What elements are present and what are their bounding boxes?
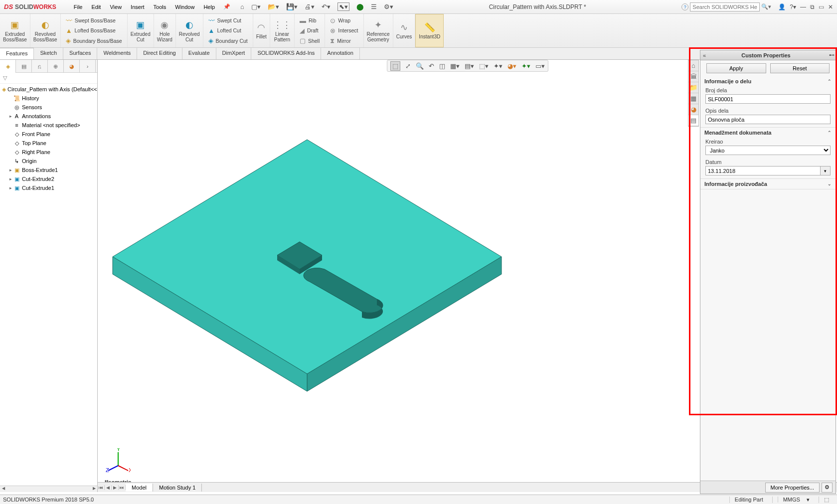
tree-tab-display-icon[interactable]: ◕ <box>64 60 80 73</box>
tree-tab-property-icon[interactable]: ▤ <box>16 60 32 73</box>
rib-button[interactable]: ▬Rib <box>300 15 317 25</box>
tab-direct-editing[interactable]: Direct Editing <box>137 48 182 59</box>
boundary-boss-button[interactable]: ◈Boundary Boss/Base <box>66 36 122 46</box>
user-icon[interactable]: 👤 <box>778 3 786 10</box>
section-head-doc-mgmt[interactable]: Menadžment dokumenata⌃ <box>700 128 836 138</box>
tab-motion-study[interactable]: Motion Study 1 <box>153 484 202 492</box>
taskpane-view-palette-icon[interactable]: ▦ <box>688 93 698 104</box>
apply-button[interactable]: Apply <box>706 63 766 73</box>
edit-appearance-icon[interactable]: ⬚▾ <box>479 62 489 70</box>
menu-edit[interactable]: Edit <box>87 4 105 10</box>
swept-cut-button[interactable]: 〰Swept Cut <box>208 15 241 25</box>
menu-tools[interactable]: Tools <box>149 4 171 10</box>
tree-top-plane[interactable]: ◇Top Plane <box>0 139 97 148</box>
status-custom-icon[interactable]: ⬚ <box>819 497 834 503</box>
shell-button[interactable]: ▢Shell <box>300 36 320 46</box>
tree-filter-row[interactable]: ▽ <box>0 73 97 84</box>
view-orientation-icon[interactable]: ⬚ <box>390 61 400 71</box>
close-icon[interactable]: ✕ <box>828 3 833 10</box>
lofted-cut-button[interactable]: ▲Lofted Cut <box>208 25 241 35</box>
tab-prev-icon[interactable]: ◀ <box>105 485 112 490</box>
tree-right-plane[interactable]: ◇Right Plane <box>0 148 97 157</box>
date-picker-button[interactable]: ▾ <box>821 166 831 175</box>
pin-panel-icon[interactable]: ⊷ <box>828 52 836 58</box>
fillet-button[interactable]: ◠Fillet <box>253 14 270 47</box>
apply-scene-icon[interactable]: ✦▾ <box>494 62 502 70</box>
tree-history[interactable]: 📜History <box>0 94 97 103</box>
swept-boss-button[interactable]: 〰Swept Boss/Base <box>66 15 116 25</box>
taskpane-file-explorer-icon[interactable]: 📁 <box>688 82 698 93</box>
mirror-button[interactable]: ⧗Mirror <box>330 36 350 46</box>
tree-root[interactable]: ◈Circular_Pattern with Axis (Default<<I <box>0 85 97 94</box>
taskpane-custom-props-icon[interactable]: ▤ <box>688 115 698 126</box>
tab-model[interactable]: Model <box>126 484 153 492</box>
feature-tree[interactable]: ◈Circular_Pattern with Axis (Default<<I … <box>0 84 97 486</box>
taskpane-home-icon[interactable]: ⌂ <box>688 60 698 71</box>
tree-tab-feature-icon[interactable]: ◈ <box>0 60 16 73</box>
tab-dimxpert[interactable]: DimXpert <box>216 48 252 59</box>
minimize-icon[interactable]: — <box>800 3 806 10</box>
options-list-icon[interactable]: ☰ <box>371 3 377 10</box>
status-units[interactable]: MMGS ▾ <box>772 497 815 503</box>
tab-surfaces[interactable]: Surfaces <box>63 48 97 59</box>
tab-last-icon[interactable]: ⏭ <box>119 485 126 490</box>
previous-view-icon[interactable]: ↶ <box>429 62 434 70</box>
panel-settings-button[interactable]: ⚙ <box>822 483 833 493</box>
open-icon[interactable]: 📂▾ <box>268 3 279 10</box>
save-icon[interactable]: 💾▾ <box>286 3 298 10</box>
zoom-area-icon[interactable]: 🔍 <box>416 62 424 70</box>
curves-button[interactable]: ∿Curves <box>393 14 416 47</box>
section-head-part-info[interactable]: Informacije o delu⌃ <box>700 76 836 86</box>
lofted-boss-button[interactable]: ▲Lofted Boss/Base <box>66 25 116 35</box>
reset-button[interactable]: Reset <box>770 63 830 73</box>
hide-show-icon[interactable]: ▤▾ <box>465 62 474 70</box>
select-icon[interactable]: ⬉▾ <box>337 2 349 11</box>
menu-insert[interactable]: Insert <box>126 4 149 10</box>
collapse-panel-icon[interactable]: « <box>700 52 708 58</box>
view-settings-icon[interactable]: ◕▾ <box>507 62 516 70</box>
section-head-manufacturer[interactable]: Informacije proizvođača⌄ <box>700 179 836 189</box>
input-part-number[interactable] <box>705 94 831 104</box>
menu-help[interactable]: Help <box>199 4 219 10</box>
revolved-cut-button[interactable]: ◐Revolved Cut <box>176 14 203 47</box>
tab-next-icon[interactable]: ▶ <box>112 485 119 490</box>
tree-tab-dimxpert-icon[interactable]: ⊕ <box>48 60 64 73</box>
zoom-fit-icon[interactable]: ⤢ <box>405 62 411 70</box>
more-properties-button[interactable]: More Properties... <box>765 483 820 493</box>
home-icon[interactable]: ⌂ <box>240 3 244 10</box>
restore-icon[interactable]: ⧉ <box>810 3 815 10</box>
tree-sensors[interactable]: ◎Sensors <box>0 103 97 112</box>
tree-boss-extrude1[interactable]: ▸▣Boss-Extrude1 <box>0 166 97 174</box>
hole-wizard-button[interactable]: ◉Hole Wizard <box>154 14 176 47</box>
help-dropdown-icon[interactable]: ?▾ <box>790 3 796 10</box>
tree-front-plane[interactable]: ◇Front Plane <box>0 130 97 139</box>
tree-cut-extrude1[interactable]: ▸▣Cut-Extrude1 <box>0 183 97 192</box>
menu-file[interactable]: File <box>69 4 87 10</box>
tab-weldments[interactable]: Weldments <box>97 48 137 59</box>
linear-pattern-button[interactable]: ⋮⋮Linear Pattern <box>270 14 295 47</box>
tree-annotations[interactable]: ▸AAnnotations <box>0 112 97 121</box>
revolved-boss-button[interactable]: ◐Revolved Boss/Base <box>30 14 61 47</box>
tree-tab-more-icon[interactable]: › <box>80 60 96 73</box>
tab-first-icon[interactable]: ⏮ <box>98 485 105 490</box>
draft-button[interactable]: ◢Draft <box>300 25 319 35</box>
new-icon[interactable]: ▢▾ <box>251 3 261 10</box>
extruded-boss-button[interactable]: ▣Extruded Boss/Base <box>0 14 30 47</box>
tree-origin[interactable]: ↳Origin <box>0 157 97 166</box>
wrap-button[interactable]: ⊙Wrap <box>330 15 350 25</box>
ref-geometry-button[interactable]: ✦Reference Geometry <box>364 14 393 47</box>
tab-addins[interactable]: SOLIDWORKS Add-Ins <box>251 48 321 59</box>
print-icon[interactable]: 🖨▾ <box>305 3 315 10</box>
select-created-by[interactable]: Janko <box>705 146 831 155</box>
tab-annotation[interactable]: Annotation <box>321 48 360 59</box>
taskpane-design-library-icon[interactable]: 🏛 <box>688 71 698 82</box>
maximize-icon[interactable]: ▭ <box>819 3 824 10</box>
boundary-cut-button[interactable]: ◈Boundary Cut <box>208 36 248 46</box>
tab-evaluate[interactable]: Evaluate <box>182 48 216 59</box>
settings-icon[interactable]: ⚙▾ <box>384 3 393 10</box>
tree-cut-extrude2[interactable]: ▸▣Cut-Extrude2 <box>0 174 97 183</box>
section-view-icon[interactable]: ◫ <box>439 62 445 70</box>
tree-tab-config-icon[interactable]: ⎌ <box>32 60 48 73</box>
tree-material[interactable]: ≡Material <not specified> <box>0 121 97 130</box>
pin-menu-icon[interactable]: 📌 <box>223 3 230 10</box>
